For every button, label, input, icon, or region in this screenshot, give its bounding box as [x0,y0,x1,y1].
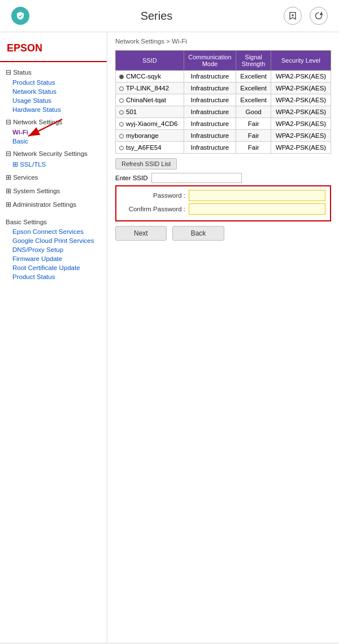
confirm-password-row: Confirm Password : [121,203,325,215]
confirm-password-input[interactable] [189,203,325,215]
sidebar: EPSON ⊟ Status Product Status Network St… [0,32,107,642]
back-button[interactable]: Back [172,226,225,241]
table-row[interactable]: tsy_A6FE54InfrastructureFairWPA2-PSK(AES… [116,142,331,154]
col-header-mode: CommunicationMode [184,51,236,71]
admin-settings-header: ⊞ Administrator Settings [0,199,107,210]
basic-settings-section: Basic Settings Epson Connect Services Go… [0,217,107,281]
signal-cell: Good [236,106,271,118]
mode-cell: Infrastructure [184,106,236,118]
breadcrumb: Network Settings > Wi-Fi [115,38,331,45]
radio-button[interactable] [119,134,124,138]
services-section: ⊞ Services [0,172,107,183]
content-area: Network Settings > Wi-Fi SSID Communicat… [107,32,339,642]
security-cell: WPA2-PSK(AES) [271,106,331,118]
ssid-cell: myborange [116,130,184,142]
col-header-security: Security Level [271,51,331,71]
refresh-ssid-button[interactable]: Refresh SSID List [115,158,177,169]
page-title: Series [141,10,173,23]
signal-cell: Fair [236,130,271,142]
mode-cell: Infrastructure [184,142,236,154]
sidebar-item-product-status[interactable]: Product Status [0,78,107,87]
top-bar-actions [284,7,328,25]
table-row[interactable]: 501InfrastructureGoodWPA2-PSK(AES) [116,106,331,118]
sidebar-item-epson-connect[interactable]: Epson Connect Services [0,227,107,236]
ssid-cell: CMCC-sqyk [116,71,184,82]
password-label: Password : [121,192,189,199]
col-header-ssid: SSID [116,51,184,71]
table-row[interactable]: TP-LINK_8442InfrastructureExcellentWPA2-… [116,82,331,94]
password-input[interactable] [189,190,325,201]
security-cell: WPA2-PSK(AES) [271,118,331,130]
radio-button[interactable] [119,110,124,115]
svg-marker-2 [320,12,323,15]
sidebar-item-network-status[interactable]: Network Status [0,87,107,96]
ssid-cell: 501 [116,106,184,118]
security-cell: WPA2-PSK(AES) [271,82,331,94]
sidebar-item-basic[interactable]: Basic [0,137,107,146]
mode-cell: Infrastructure [184,71,236,82]
network-settings-header: ⊟ Network Settings [0,116,107,128]
radio-button[interactable] [119,146,124,150]
security-cell: WPA2-PSK(AES) [271,94,331,106]
table-row[interactable]: ChinaNet-tqatInfrastructureExcellentWPA2… [116,94,331,106]
epson-logo: EPSON [0,38,107,62]
services-header: ⊞ Services [0,172,107,183]
signal-cell: Fair [236,118,271,130]
table-row[interactable]: wyj-Xiaomi_4CD6InfrastructureFairWPA2-PS… [116,118,331,130]
signal-cell: Fair [236,142,271,154]
ssid-cell: TP-LINK_8442 [116,82,184,94]
password-section: Password : Confirm Password : [115,185,331,221]
action-row: Refresh SSID List [115,157,331,171]
app-icon [11,7,29,25]
radio-button[interactable] [119,86,124,91]
mode-cell: Infrastructure [184,94,236,106]
signal-cell: Excellent [236,82,271,94]
network-settings-section: ⊟ Network Settings Wi-Fi Basic [0,116,107,146]
security-cell: WPA2-PSK(AES) [271,142,331,154]
sidebar-item-hardware-status[interactable]: Hardware Status [0,105,107,114]
admin-settings-section: ⊞ Administrator Settings [0,199,107,210]
main-container: EPSON ⊟ Status Product Status Network St… [0,32,339,642]
basic-settings-header: Basic Settings [0,217,107,227]
sidebar-item-dns-proxy[interactable]: DNS/Proxy Setup [0,245,107,254]
system-settings-header: ⊞ System Settings [0,185,107,197]
enter-ssid-label: Enter SSID [115,175,148,181]
enter-ssid-input[interactable] [151,173,242,183]
sidebar-item-product-status-2[interactable]: Product Status [0,272,107,281]
security-cell: WPA2-PSK(AES) [271,71,331,82]
ssid-cell: ChinaNet-tqat [116,94,184,106]
sidebar-item-ssl-tls[interactable]: ⊞ SSL/TLS [0,159,107,169]
status-header: ⊟ Status [0,67,107,78]
table-row[interactable]: myborangeInfrastructureFairWPA2-PSK(AES) [116,130,331,142]
next-button[interactable]: Next [115,226,167,241]
sidebar-item-root-cert[interactable]: Root Certificate Update [0,263,107,272]
sidebar-item-google-cloud[interactable]: Google Cloud Print Services [0,236,107,245]
sidebar-item-wifi[interactable]: Wi-Fi [0,128,107,137]
radio-button[interactable] [119,75,124,79]
network-security-section: ⊟ Network Security Settings ⊞ SSL/TLS [0,148,107,169]
mode-cell: Infrastructure [184,82,236,94]
table-row[interactable]: CMCC-sqykInfrastructureExcellentWPA2-PSK… [116,71,331,82]
confirm-password-label: Confirm Password : [121,206,189,212]
col-header-signal: SignalStrength [236,51,271,71]
enter-ssid-row: Enter SSID [115,173,331,183]
top-bar: Series [0,0,339,32]
signal-cell: Excellent [236,71,271,82]
sidebar-item-usage-status[interactable]: Usage Status [0,96,107,105]
mode-cell: Infrastructure [184,130,236,142]
ssid-cell: wyj-Xiaomi_4CD6 [116,118,184,130]
radio-button[interactable] [119,98,124,103]
bookmark-plus-icon[interactable] [284,7,302,25]
wifi-table: SSID CommunicationMode SignalStrength Se… [115,50,331,154]
security-cell: WPA2-PSK(AES) [271,130,331,142]
sidebar-item-firmware-update[interactable]: Firmware Update [0,254,107,263]
system-settings-section: ⊞ System Settings [0,185,107,197]
refresh-icon[interactable] [310,7,328,25]
signal-cell: Excellent [236,94,271,106]
network-security-header: ⊟ Network Security Settings [0,148,107,159]
password-row: Password : [121,190,325,201]
status-section: ⊟ Status Product Status Network Status U… [0,67,107,114]
mode-cell: Infrastructure [184,118,236,130]
radio-button[interactable] [119,122,124,127]
buttons-row: Next Back [115,226,331,241]
